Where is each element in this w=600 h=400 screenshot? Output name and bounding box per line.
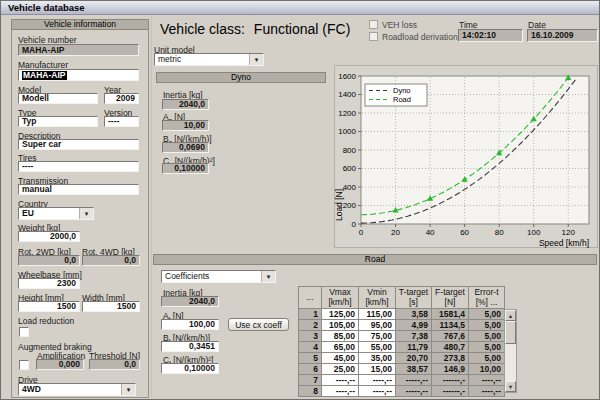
table-cell[interactable]: 95,00 <box>359 320 396 331</box>
table-cell[interactable]: 10,00 <box>469 364 505 375</box>
table-cell[interactable]: ----,-- <box>469 375 505 386</box>
use-cx-coeff-button[interactable]: Use cx coeff <box>228 318 289 331</box>
dyno-inertia-field[interactable]: 2040,0 <box>162 99 209 110</box>
table-cell[interactable]: 273,8 <box>432 353 469 364</box>
title-bar[interactable]: Vehicle database <box>1 1 599 15</box>
table-cell[interactable]: 5 <box>299 353 322 364</box>
table-cell[interactable]: 15,00 <box>359 364 396 375</box>
table-header[interactable]: ... <box>299 287 322 309</box>
type-field[interactable]: Typ <box>18 116 98 127</box>
road-inertia-field[interactable]: 2040,0 <box>161 296 219 307</box>
table-cell[interactable]: 5,00 <box>469 331 505 342</box>
table-row: 8----,------,-------,--------,-----,-- <box>299 386 505 397</box>
table-cell[interactable]: 480,7 <box>432 342 469 353</box>
road-mode-dropdown[interactable]: Coefficients ▾ <box>161 270 276 283</box>
table-cell[interactable]: 7 <box>299 375 322 386</box>
table-header[interactable]: F-target[N] <box>432 287 469 309</box>
table-cell[interactable]: ------,- <box>432 375 469 386</box>
width-field[interactable]: 1500 <box>82 301 140 312</box>
table-cell[interactable]: 6 <box>299 364 322 375</box>
chevron-down-icon[interactable]: ▾ <box>249 54 263 65</box>
table-cell[interactable]: 4,99 <box>396 320 432 331</box>
table-cell[interactable]: 3 <box>299 331 322 342</box>
veh-loss-checkbox[interactable] <box>369 20 378 29</box>
table-cell[interactable]: -----,-- <box>396 386 432 397</box>
table-cell[interactable]: 5,00 <box>469 309 505 320</box>
table-cell[interactable]: 38,57 <box>396 364 432 375</box>
table-scrollbar[interactable]: ▲ ▼ <box>504 309 517 393</box>
table-cell[interactable]: 55,00 <box>359 342 396 353</box>
table-cell[interactable]: 125,00 <box>322 309 359 320</box>
table-header[interactable]: Vmax[km/h] <box>322 287 359 309</box>
table-cell[interactable]: 45,00 <box>322 353 359 364</box>
year-field[interactable]: 2009 <box>104 93 139 104</box>
table-cell[interactable]: 25,00 <box>322 364 359 375</box>
version-field[interactable]: ---- <box>104 116 139 127</box>
scroll-up-icon[interactable]: ▲ <box>505 310 516 321</box>
road-c-field[interactable]: 0,10000 <box>161 363 219 374</box>
table-cell[interactable]: 35,00 <box>359 353 396 364</box>
table-cell[interactable]: 7,38 <box>396 331 432 342</box>
load-reduction-checkbox[interactable] <box>19 327 29 337</box>
table-header[interactable]: T-target[s] <box>396 287 432 309</box>
road-table-head: ...Vmax[km/h]Vmin[km/h]T-target[s]F-targ… <box>299 287 505 309</box>
country-dropdown[interactable]: EU ▾ <box>18 207 94 220</box>
table-cell[interactable]: 767,6 <box>432 331 469 342</box>
table-cell[interactable]: ----,-- <box>359 375 396 386</box>
unit-model-dropdown[interactable]: metric ▾ <box>154 53 264 66</box>
table-cell[interactable]: ----,-- <box>322 386 359 397</box>
amplification-field[interactable]: 0,000 <box>36 359 84 370</box>
height-field[interactable]: 1500 <box>18 301 80 312</box>
table-cell[interactable]: ------,- <box>432 386 469 397</box>
chevron-down-icon[interactable]: ▾ <box>261 271 275 282</box>
tires-field[interactable]: ---- <box>18 161 139 172</box>
table-cell[interactable]: 85,00 <box>322 331 359 342</box>
rot-2wd-field[interactable]: 0,0 <box>18 255 80 266</box>
scroll-thumb[interactable] <box>505 321 516 344</box>
table-cell[interactable]: 115,00 <box>359 309 396 320</box>
drive-dropdown[interactable]: 4WD ▾ <box>18 383 136 396</box>
table-cell[interactable]: 20,70 <box>396 353 432 364</box>
table-cell[interactable]: ----,-- <box>359 386 396 397</box>
table-cell[interactable]: 65,00 <box>322 342 359 353</box>
table-cell[interactable]: 105,00 <box>322 320 359 331</box>
road-a-field[interactable]: 100,00 <box>161 319 219 330</box>
threshold-field[interactable]: 0,0 <box>89 359 140 370</box>
weight-field[interactable]: 2000,0 <box>18 231 80 242</box>
vehicle-number-field[interactable]: MAHA-AIP <box>18 44 139 56</box>
table-cell[interactable]: 75,00 <box>359 331 396 342</box>
chevron-down-icon[interactable]: ▾ <box>121 384 135 395</box>
dyno-a-field[interactable]: 10,00 <box>162 120 209 131</box>
table-cell[interactable]: 5,00 <box>469 320 505 331</box>
table-cell[interactable]: 8 <box>299 386 322 397</box>
manufacturer-field[interactable]: MAHA-AIP <box>18 69 139 81</box>
dyno-b-field[interactable]: 0,0690 <box>162 142 209 153</box>
table-header[interactable]: Vmin[km/h] <box>359 287 396 309</box>
table-cell[interactable]: 2 <box>299 320 322 331</box>
roadload-derivation-checkbox[interactable] <box>369 32 378 41</box>
road-b-field[interactable]: 0,3451 <box>161 341 219 352</box>
table-cell[interactable]: 1134,5 <box>432 320 469 331</box>
table-cell[interactable]: 5,00 <box>469 353 505 364</box>
transmission-field[interactable]: manual <box>18 184 139 195</box>
model-field[interactable]: Modell <box>18 93 98 104</box>
table-cell[interactable]: 1 <box>299 309 322 320</box>
table-cell[interactable]: 4 <box>299 342 322 353</box>
wheelbase-field[interactable]: 2300 <box>18 278 80 289</box>
table-cell[interactable]: 5,00 <box>469 342 505 353</box>
svg-text:60: 60 <box>460 228 469 237</box>
table-cell[interactable]: ----,-- <box>469 386 505 397</box>
table-header[interactable]: Error-t[%] ... <box>469 287 505 309</box>
scroll-down-icon[interactable]: ▼ <box>505 381 516 392</box>
rot-4wd-field[interactable]: 0,0 <box>82 255 140 266</box>
table-cell[interactable]: -----,-- <box>396 375 432 386</box>
augmented-braking-checkbox[interactable] <box>19 360 29 370</box>
dyno-c-field[interactable]: 0,10000 <box>162 163 209 174</box>
table-cell[interactable]: ----,-- <box>322 375 359 386</box>
table-cell[interactable]: 146,9 <box>432 364 469 375</box>
chevron-down-icon[interactable]: ▾ <box>79 208 93 219</box>
table-cell[interactable]: 1581,4 <box>432 309 469 320</box>
table-cell[interactable]: 11,79 <box>396 342 432 353</box>
description-field[interactable]: Super car <box>18 139 139 150</box>
table-cell[interactable]: 3,58 <box>396 309 432 320</box>
